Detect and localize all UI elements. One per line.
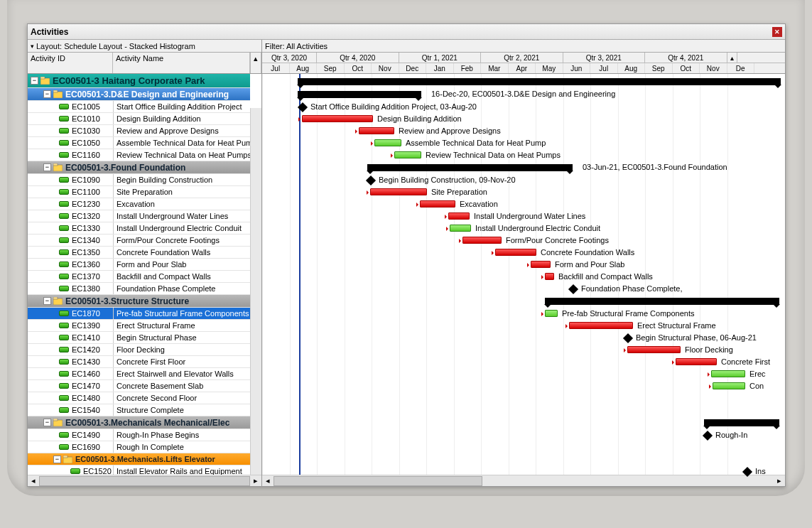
activity-bar[interactable] xyxy=(302,115,373,122)
bar-label: Form/Pour Concrete Footings xyxy=(506,236,609,244)
activity-bar[interactable] xyxy=(713,382,745,389)
activity-bar[interactable] xyxy=(450,225,471,232)
activity-bar[interactable] xyxy=(545,273,554,280)
activity-bar[interactable] xyxy=(374,139,401,146)
quarter-header: Qtr 4, 2021 xyxy=(645,53,727,63)
gantt-chart[interactable]: ◂ ▸ 16-Dec-20, EC00501-3.D&E Design and … xyxy=(262,74,785,486)
column-activity-name[interactable]: Activity Name xyxy=(113,53,250,73)
horizontal-scrollbar-left[interactable]: ◂ ▸ xyxy=(28,475,261,486)
collapse-icon[interactable]: − xyxy=(43,419,51,426)
wbs-row[interactable]: −EC00501-3.Mechanicals Mechanical/Elec xyxy=(28,416,250,429)
collapse-icon[interactable]: − xyxy=(43,297,51,305)
activity-row[interactable]: EC1460Erect Stairwell and Elevator Walls xyxy=(28,368,250,380)
bar-label: Con xyxy=(749,382,764,390)
milestone-marker[interactable] xyxy=(623,333,633,343)
milestone-marker[interactable] xyxy=(568,284,578,294)
activity-row[interactable]: EC1320Install Underground Water Lines xyxy=(28,210,250,222)
collapse-icon[interactable]: − xyxy=(53,456,61,463)
activity-bar[interactable] xyxy=(462,237,502,244)
column-activity-id[interactable]: Activity ID xyxy=(28,53,113,73)
summary-bar[interactable] xyxy=(704,419,779,426)
activity-bar[interactable] xyxy=(711,370,745,377)
wbs-row[interactable]: −EC00501-3 Haitang Corporate Park xyxy=(28,74,250,88)
collapse-icon[interactable]: − xyxy=(31,77,38,85)
activity-bar[interactable] xyxy=(448,212,470,220)
scroll-left-icon[interactable]: ◂ xyxy=(28,475,39,487)
wbs-row[interactable]: −EC00501-3.D&E Design and Engineering xyxy=(28,88,250,101)
activity-icon xyxy=(59,201,69,207)
close-icon[interactable]: ✕ xyxy=(772,27,782,37)
layout-label: Layout: Schedule Layout - Stacked Histog… xyxy=(36,42,195,50)
collapse-icon[interactable]: − xyxy=(43,163,51,171)
collapse-icon[interactable]: − xyxy=(43,90,51,98)
activity-row[interactable]: EC1540Structure Complete xyxy=(28,404,250,416)
activity-row[interactable]: EC1350Concrete Foundation Walls xyxy=(28,247,250,259)
activity-row[interactable]: EC1330Install Underground Electric Condu… xyxy=(28,222,250,235)
activity-bar[interactable] xyxy=(359,127,394,134)
activity-bar[interactable] xyxy=(531,261,551,268)
wbs-row[interactable]: −EC00501-3.Found Foundation xyxy=(28,161,250,174)
scroll-up-button[interactable]: ▴ xyxy=(250,53,261,73)
scroll-thumb[interactable] xyxy=(274,476,482,486)
summary-bar[interactable] xyxy=(545,298,779,305)
activity-row[interactable]: EC1090Begin Building Construction xyxy=(28,174,250,186)
activity-bar[interactable] xyxy=(394,151,421,158)
activity-row[interactable]: EC1470Concrete Basement Slab xyxy=(28,380,250,392)
summary-bar[interactable] xyxy=(367,164,573,171)
svg-rect-3 xyxy=(53,90,58,92)
summary-bar[interactable] xyxy=(298,91,421,98)
activity-icon xyxy=(59,347,69,352)
activity-row[interactable]: EC1005Start Office Building Addition Pro… xyxy=(28,101,250,113)
activity-row[interactable]: EC1480Concrete Second Floor xyxy=(28,392,250,404)
wbs-row[interactable]: −EC00501-3.Structure Structure xyxy=(28,295,250,308)
filter-row[interactable]: Filter: All Activities xyxy=(262,40,785,53)
activity-row[interactable]: EC1420Floor Decking xyxy=(28,344,250,356)
activity-icon xyxy=(59,104,69,109)
activity-bar[interactable] xyxy=(545,310,558,317)
scroll-right-indicator[interactable]: ▴ xyxy=(727,53,737,63)
activity-row[interactable]: EC1160Review Technical Data on Heat Pump… xyxy=(28,149,250,161)
activity-icon xyxy=(59,323,69,328)
activity-icon xyxy=(70,468,80,474)
activity-row[interactable]: EC1050Assemble Technical Data for Heat P… xyxy=(28,137,250,149)
activity-row[interactable]: EC1690Rough In Complete xyxy=(28,441,250,453)
quarter-header: Qtr 3, 2021 xyxy=(563,53,646,63)
filter-label: Filter: All Activities xyxy=(265,42,327,50)
activity-icon xyxy=(59,249,69,255)
horizontal-scrollbar-gantt[interactable]: ◂ ▸ xyxy=(262,475,785,486)
vertical-scrollbar[interactable] xyxy=(250,108,261,475)
activity-table-pane: ▾ Layout: Schedule Layout - Stacked Hist… xyxy=(28,40,262,486)
activity-bar[interactable] xyxy=(420,200,455,208)
activity-row[interactable]: EC1490Rough-In Phase Begins xyxy=(28,429,250,441)
scroll-right-icon[interactable]: ▸ xyxy=(250,475,261,487)
titlebar[interactable]: Activities ✕ xyxy=(28,24,785,40)
summary-bar[interactable] xyxy=(298,78,781,85)
activity-row[interactable]: EC1370Backfill and Compact Walls xyxy=(28,271,250,283)
activity-row[interactable]: EC1410Begin Structural Phase xyxy=(28,332,250,344)
activity-row[interactable]: EC1870Pre-fab Structural Frame Component… xyxy=(28,308,250,320)
scroll-left-icon[interactable]: ◂ xyxy=(262,475,274,487)
scroll-thumb[interactable] xyxy=(39,476,250,486)
activity-row[interactable]: EC1520Install Elevator Rails and Equipme… xyxy=(28,465,250,475)
activity-bar[interactable] xyxy=(676,358,717,365)
activity-row[interactable]: EC1010Design Building Addition xyxy=(28,113,250,125)
activity-row[interactable]: EC1430Concrete First Floor xyxy=(28,356,250,368)
wbs-row[interactable]: −EC00501-3.Mechanicals.Lifts Elevator xyxy=(28,453,250,465)
svg-rect-9 xyxy=(53,419,58,421)
activity-bar[interactable] xyxy=(569,322,633,329)
activity-row[interactable]: EC1230Excavation xyxy=(28,198,250,210)
layout-selector[interactable]: ▾ Layout: Schedule Layout - Stacked Hist… xyxy=(28,40,261,53)
activity-row[interactable]: EC1380Foundation Phase Complete xyxy=(28,283,250,295)
activity-row[interactable]: EC1390Erect Structural Frame xyxy=(28,320,250,332)
activity-bar[interactable] xyxy=(627,346,681,353)
month-header: Nov xyxy=(372,63,399,73)
activity-row[interactable]: EC1100Site Preparation xyxy=(28,186,250,198)
activity-row[interactable]: EC1340Form/Pour Concrete Footings xyxy=(28,235,250,247)
scroll-right-icon[interactable]: ▸ xyxy=(774,475,785,487)
activity-bar[interactable] xyxy=(370,188,427,195)
activity-bar[interactable] xyxy=(495,249,536,256)
activity-icon xyxy=(59,432,69,438)
activity-row[interactable]: EC1360Form and Pour Slab xyxy=(28,259,250,271)
activity-icon xyxy=(59,152,69,158)
activity-row[interactable]: EC1030Review and Approve Designs xyxy=(28,125,250,137)
